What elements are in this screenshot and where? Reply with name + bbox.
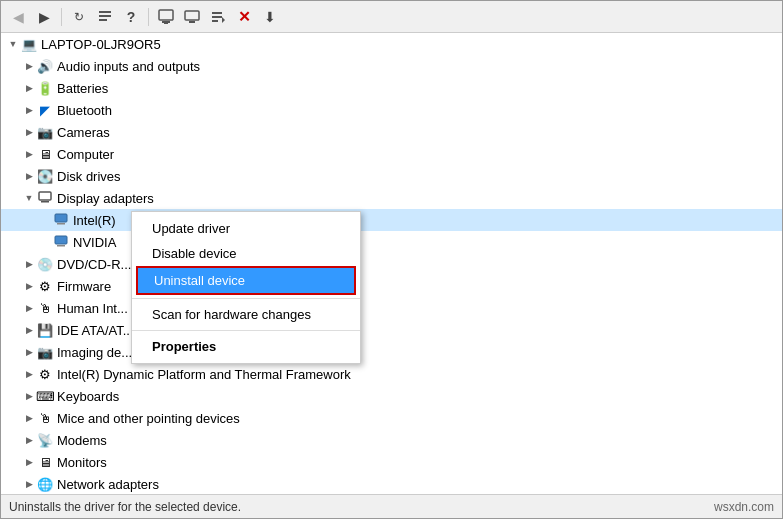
expand-network[interactable]: ▶ — [21, 476, 37, 492]
label-audio: Audio inputs and outputs — [57, 59, 200, 74]
forward-btn[interactable]: ▶ — [33, 6, 55, 28]
device-manager-window: ◀ ▶ ↻ ? ✕ ⬇ ▼ 💻 LAPTOP-0LJR9OR5 — [0, 0, 783, 519]
tree-item-audio[interactable]: ▶ 🔊 Audio inputs and outputs — [1, 55, 782, 77]
label-nvidia: NVIDIA — [73, 235, 116, 250]
ctx-sep-1 — [132, 298, 360, 299]
help-btn[interactable]: ? — [120, 6, 142, 28]
icon-mice: 🖱 — [37, 410, 53, 426]
tree-item-network[interactable]: ▶ 🌐 Network adapters — [1, 473, 782, 494]
icon-diskdrives: 💽 — [37, 168, 53, 184]
icon-network: 🌐 — [37, 476, 53, 492]
tree-item-intel[interactable]: ▶ Intel(R) — [1, 209, 782, 231]
expand-root[interactable]: ▼ — [5, 36, 21, 52]
tree-item-diskdrives[interactable]: ▶ 💽 Disk drives — [1, 165, 782, 187]
label-displayadapters: Display adapters — [57, 191, 154, 206]
expand-ideata[interactable]: ▶ — [21, 322, 37, 338]
device-tree[interactable]: ▼ 💻 LAPTOP-0LJR9OR5 ▶ 🔊 Audio inputs and… — [1, 33, 782, 494]
expand-diskdrives[interactable]: ▶ — [21, 168, 37, 184]
tree-item-cameras[interactable]: ▶ 📷 Cameras — [1, 121, 782, 143]
svg-rect-10 — [212, 20, 218, 22]
svg-rect-3 — [159, 10, 173, 20]
icon-keyboards: ⌨ — [37, 388, 53, 404]
icon-imaging: 📷 — [37, 344, 53, 360]
svg-rect-16 — [55, 236, 67, 244]
expand-dvd[interactable]: ▶ — [21, 256, 37, 272]
monitor-btn[interactable] — [181, 6, 203, 28]
expand-displayadapters[interactable]: ▼ — [21, 190, 37, 206]
tree-item-bluetooth[interactable]: ▶ ◤ Bluetooth — [1, 99, 782, 121]
svg-rect-9 — [212, 16, 222, 18]
expand-bluetooth[interactable]: ▶ — [21, 102, 37, 118]
tree-item-monitors[interactable]: ▶ 🖥 Monitors — [1, 451, 782, 473]
tree-item-keyboards[interactable]: ▶ ⌨ Keyboards — [1, 385, 782, 407]
status-text: Uninstalls the driver for the selected d… — [9, 500, 241, 514]
statusbar: Uninstalls the driver for the selected d… — [1, 494, 782, 518]
tree-item-ideata[interactable]: ▶ 💾 IDE ATA/AT... — [1, 319, 782, 341]
icon-humanint: 🖱 — [37, 300, 53, 316]
ctx-scan-hardware[interactable]: Scan for hardware changes — [132, 302, 360, 327]
expand-humanint[interactable]: ▶ — [21, 300, 37, 316]
toolbar-sep-2 — [148, 8, 149, 26]
icon-modems: 📡 — [37, 432, 53, 448]
icon-monitors: 🖥 — [37, 454, 53, 470]
svg-rect-2 — [99, 19, 107, 21]
expand-mice[interactable]: ▶ — [21, 410, 37, 426]
expand-batteries[interactable]: ▶ — [21, 80, 37, 96]
tree-item-dvd[interactable]: ▶ 💿 DVD/CD-R... — [1, 253, 782, 275]
svg-rect-17 — [57, 245, 65, 247]
tree-item-nvidia[interactable]: ▶ NVIDIA — [1, 231, 782, 253]
properties-btn[interactable] — [94, 6, 116, 28]
label-network: Network adapters — [57, 477, 159, 492]
undo-btn[interactable]: ↻ — [68, 6, 90, 28]
expand-monitors[interactable]: ▶ — [21, 454, 37, 470]
toolbar-sep-1 — [61, 8, 62, 26]
icon-batteries: 🔋 — [37, 80, 53, 96]
tree-item-inteldynamic[interactable]: ▶ ⚙ Intel(R) Dynamic Platform and Therma… — [1, 363, 782, 385]
main-content: ▼ 💻 LAPTOP-0LJR9OR5 ▶ 🔊 Audio inputs and… — [1, 33, 782, 494]
ctx-uninstall-device[interactable]: Uninstall device — [136, 266, 356, 295]
icon-firmware: ⚙ — [37, 278, 53, 294]
update-btn[interactable]: ⬇ — [259, 6, 281, 28]
toolbar: ◀ ▶ ↻ ? ✕ ⬇ — [1, 1, 782, 33]
label-inteldynamic: Intel(R) Dynamic Platform and Thermal Fr… — [57, 367, 351, 382]
expand-inteldynamic[interactable]: ▶ — [21, 366, 37, 382]
ctx-sep-2 — [132, 330, 360, 331]
ctx-disable-device[interactable]: Disable device — [132, 241, 360, 266]
label-ideata: IDE ATA/AT... — [57, 323, 134, 338]
tree-item-displayadapters[interactable]: ▼ Display adapters — [1, 187, 782, 209]
svg-rect-4 — [162, 21, 170, 23]
icon-nvidia — [53, 234, 69, 250]
ctx-update-driver[interactable]: Update driver — [132, 216, 360, 241]
tree-item-humanint[interactable]: ▶ 🖱 Human Int... — [1, 297, 782, 319]
expand-audio[interactable]: ▶ — [21, 58, 37, 74]
tree-item-modems[interactable]: ▶ 📡 Modems — [1, 429, 782, 451]
label-batteries: Batteries — [57, 81, 108, 96]
tree-item-mice[interactable]: ▶ 🖱 Mice and other pointing devices — [1, 407, 782, 429]
expand-computer[interactable]: ▶ — [21, 146, 37, 162]
back-btn[interactable]: ◀ — [7, 6, 29, 28]
icon-computer: 🖥 — [37, 146, 53, 162]
svg-rect-5 — [164, 23, 168, 24]
scan-hw-btn[interactable] — [155, 6, 177, 28]
svg-rect-0 — [99, 11, 111, 13]
svg-rect-7 — [189, 21, 195, 23]
label-dvd: DVD/CD-R... — [57, 257, 131, 272]
expand-firmware[interactable]: ▶ — [21, 278, 37, 294]
tree-item-batteries[interactable]: ▶ 🔋 Batteries — [1, 77, 782, 99]
ctx-properties[interactable]: Properties — [132, 334, 360, 359]
expand-modems[interactable]: ▶ — [21, 432, 37, 448]
driver-resources-btn[interactable] — [207, 6, 229, 28]
expand-cameras[interactable]: ▶ — [21, 124, 37, 140]
svg-rect-8 — [212, 12, 222, 14]
tree-item-firmware[interactable]: ▶ ⚙ Firmware — [1, 275, 782, 297]
label-computer: Computer — [57, 147, 114, 162]
icon-displayadapters — [37, 190, 53, 206]
context-menu: Update driver Disable device Uninstall d… — [131, 211, 361, 364]
svg-rect-13 — [41, 201, 49, 203]
remove-btn[interactable]: ✕ — [233, 6, 255, 28]
tree-item-computer[interactable]: ▶ 🖥 Computer — [1, 143, 782, 165]
svg-rect-1 — [99, 15, 111, 17]
tree-item-root[interactable]: ▼ 💻 LAPTOP-0LJR9OR5 — [1, 33, 782, 55]
tree-item-imaging[interactable]: ▶ 📷 Imaging de... — [1, 341, 782, 363]
expand-imaging[interactable]: ▶ — [21, 344, 37, 360]
